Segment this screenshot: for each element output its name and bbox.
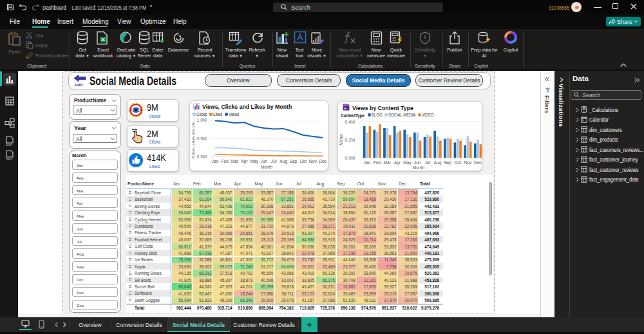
svg-text:Aug: Aug — [279, 159, 287, 164]
svg-text:0.2M: 0.2M — [345, 138, 355, 142]
svg-text:Feb: Feb — [221, 159, 229, 163]
svg-text:Jan: Jan — [212, 159, 219, 163]
svg-text:Dec: Dec — [474, 160, 482, 165]
svg-text:Dec: Dec — [319, 159, 327, 163]
svg-text:Oct: Oct — [299, 159, 307, 163]
svg-text:Mar: Mar — [231, 159, 239, 163]
svg-text:Sep: Sep — [444, 160, 451, 165]
svg-text:Jan: Jan — [364, 160, 371, 165]
svg-text:Feb: Feb — [374, 160, 381, 165]
svg-text:0.0M: 0.0M — [196, 154, 207, 159]
svg-text:Oct: Oct — [455, 160, 462, 165]
svg-text:END: END — [75, 83, 83, 87]
svg-text:May: May — [250, 159, 258, 164]
svg-text:1.0M: 1.0M — [196, 118, 207, 122]
svg-text:Views: Views — [339, 134, 343, 145]
svg-text:May: May — [403, 160, 412, 165]
svg-text:0.0M: 0.0M — [345, 156, 355, 160]
svg-text:Apr: Apr — [241, 159, 248, 164]
svg-text:Jun: Jun — [414, 160, 421, 165]
svg-text:Jul: Jul — [425, 160, 431, 165]
svg-text:0.4M: 0.4M — [345, 120, 355, 124]
svg-text:Jul: Jul — [271, 159, 277, 163]
svg-text:Aug: Aug — [434, 160, 442, 165]
svg-text:DAX: DAX — [6, 144, 12, 147]
svg-text:0.5M: 0.5M — [196, 136, 207, 141]
svg-text:Month: Month — [413, 165, 424, 170]
svg-text:Clicks, Likes and Vie...: Clicks, Likes and Vie... — [191, 119, 195, 158]
svg-text:Nov: Nov — [464, 160, 472, 165]
svg-text:Sep: Sep — [289, 159, 297, 164]
svg-text:Jun: Jun — [261, 159, 268, 163]
svg-text:Mar: Mar — [384, 160, 392, 165]
svg-text:Apr: Apr — [394, 160, 401, 165]
svg-text:TMDL: TMDL — [6, 158, 14, 161]
svg-text:Nov: Nov — [309, 159, 317, 163]
svg-text:Month: Month — [261, 165, 272, 169]
